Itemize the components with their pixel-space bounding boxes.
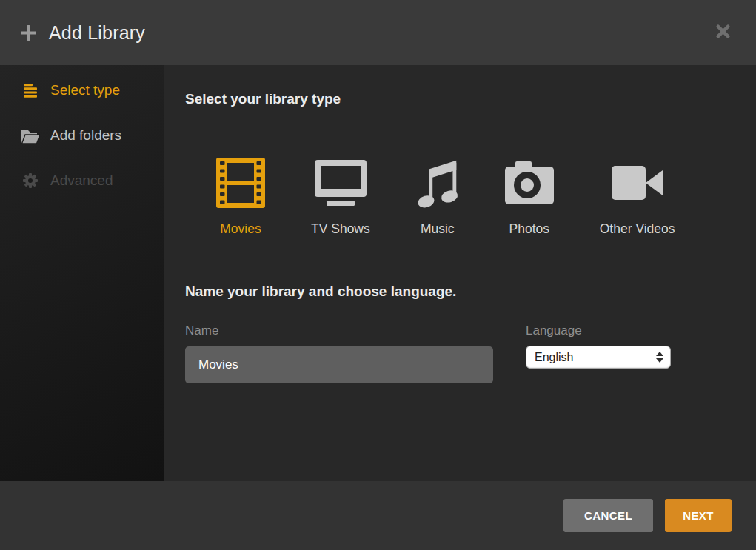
language-select[interactable]: English (526, 346, 671, 369)
music-note-icon (416, 158, 459, 208)
library-type-music[interactable]: Music (416, 158, 459, 238)
list-icon (21, 84, 40, 98)
library-type-label: Other Videos (600, 220, 675, 238)
main-panel: Select your library type Movies TV Shows (164, 65, 756, 481)
close-button[interactable] (712, 21, 734, 44)
library-type-label: Movies (220, 220, 261, 238)
dialog-footer: CANCEL NEXT (0, 481, 756, 550)
sidebar-item-advanced[interactable]: Advanced (0, 166, 164, 195)
library-type-heading: Select your library type (185, 90, 756, 109)
add-library-dialog: Add Library Select type Add folders (0, 0, 756, 550)
select-stepper-arrows-icon (656, 346, 663, 368)
plus-icon (21, 25, 36, 41)
video-camera-icon (612, 158, 663, 208)
name-field-label: Name (185, 322, 493, 339)
wizard-steps-sidebar: Select type Add folders Advanced (0, 65, 164, 481)
library-type-grid: Movies TV Shows Music (185, 158, 756, 238)
sidebar-item-label: Add folders (50, 127, 121, 144)
name-language-heading: Name your library and choose language. (185, 282, 756, 301)
camera-icon (505, 158, 554, 208)
library-type-label: Music (421, 220, 455, 238)
sidebar-item-add-folders[interactable]: Add folders (0, 121, 164, 150)
dialog-header: Add Library (0, 0, 756, 65)
name-language-fields: Name Language English (185, 322, 756, 383)
dialog-body: Select type Add folders Advanced Select … (0, 65, 756, 481)
language-field-label: Language (526, 322, 671, 339)
tv-icon (315, 158, 367, 208)
library-type-movies[interactable]: Movies (216, 158, 265, 238)
sidebar-item-label: Select type (50, 82, 120, 98)
next-button[interactable]: NEXT (665, 499, 732, 532)
library-type-label: Photos (509, 220, 549, 238)
film-strip-icon (216, 158, 265, 208)
language-selected-value: English (526, 351, 573, 364)
library-type-photos[interactable]: Photos (505, 158, 554, 238)
cancel-button[interactable]: CANCEL (563, 499, 653, 532)
library-type-label: TV Shows (311, 220, 370, 238)
library-type-other-videos[interactable]: Other Videos (600, 158, 675, 238)
close-icon (715, 24, 731, 41)
dialog-title: Add Library (49, 22, 145, 44)
gear-icon (21, 172, 40, 189)
sidebar-item-label: Advanced (50, 172, 113, 189)
library-type-tv-shows[interactable]: TV Shows (311, 158, 370, 238)
sidebar-item-select-type[interactable]: Select type (0, 76, 164, 105)
folder-open-icon (21, 128, 40, 144)
library-name-input[interactable] (185, 346, 493, 383)
